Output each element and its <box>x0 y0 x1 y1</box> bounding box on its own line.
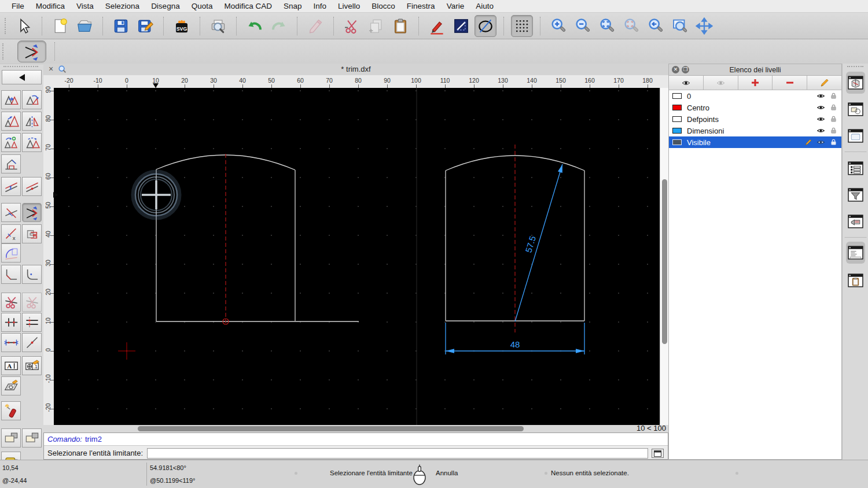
palette-back-button[interactable] <box>2 70 42 84</box>
left-shape-centerline[interactable] <box>223 154 229 324</box>
layer-visibility-eye-icon[interactable] <box>816 103 826 113</box>
copy-button[interactable] <box>365 15 387 37</box>
line-tool-button[interactable] <box>450 15 472 37</box>
layer-lock-icon[interactable] <box>830 92 837 102</box>
tool-scale-button[interactable] <box>1 112 21 131</box>
zoom-in-button[interactable] <box>547 15 569 37</box>
print-preview-button[interactable] <box>207 15 229 37</box>
tool-split-point-button[interactable] <box>22 333 42 352</box>
canvas-horizontal-scrollbar[interactable]: 10 < 100 <box>43 425 668 432</box>
save-as-button[interactable] <box>134 15 156 37</box>
menu-modifica[interactable]: Modifica <box>30 2 71 10</box>
menu-modifica-cad[interactable]: Modifica CAD <box>218 2 278 10</box>
tool-paint-roller-button[interactable] <box>1 452 21 460</box>
tool-offset-button[interactable] <box>1 177 21 196</box>
remove-layer-minus-button[interactable] <box>773 76 807 90</box>
block-list-window-button[interactable] <box>846 98 865 120</box>
zoom-out-button[interactable] <box>572 15 594 37</box>
horizontal-scrollbar-thumb[interactable] <box>138 426 524 431</box>
tool-explode-button[interactable] <box>1 401 21 420</box>
menu-blocco[interactable]: Blocco <box>366 2 401 10</box>
menu-varie[interactable]: Varie <box>441 2 470 10</box>
entity-list-window-button[interactable] <box>846 157 865 179</box>
tool-fillet-button[interactable] <box>22 265 42 284</box>
select-arrow-button[interactable] <box>13 15 35 37</box>
zoom-auto-button[interactable] <box>596 15 618 37</box>
layer-visibility-eye-icon[interactable] <box>816 127 826 136</box>
layer-lock-icon[interactable] <box>830 103 837 113</box>
edit-layer-pencil-button[interactable] <box>807 76 841 90</box>
layer-lock-icon[interactable] <box>830 115 837 125</box>
tool-divide-button[interactable] <box>1 313 21 332</box>
tool-modify-misc-button[interactable] <box>1 154 21 173</box>
ellipse-line-button[interactable] <box>475 15 496 37</box>
tool-hatch-edit-button[interactable] <box>1 376 21 395</box>
tool-divide-2-button[interactable] <box>22 313 42 332</box>
redo-button[interactable] <box>268 15 290 37</box>
tool-cut-entity-button[interactable] <box>1 293 21 312</box>
panel-close-icon[interactable]: ✕ <box>672 66 679 73</box>
save-button[interactable] <box>110 15 132 37</box>
vertical-scrollbar-thumb[interactable] <box>662 179 667 344</box>
tool-trim-amount-button[interactable]: x <box>1 224 21 243</box>
clipboard-window-button[interactable] <box>846 269 865 291</box>
menu-file[interactable]: File <box>6 2 30 10</box>
dock-drag-handle[interactable] <box>847 66 863 67</box>
delete-eraser-button[interactable] <box>304 15 326 37</box>
tool-stretch-button[interactable] <box>1 333 21 352</box>
add-layer-plus-button[interactable] <box>738 76 773 90</box>
library-browser-window-button[interactable] <box>846 125 865 147</box>
layer-filter-window-button[interactable] <box>846 184 865 206</box>
menu-quota[interactable]: Quota <box>186 2 219 10</box>
tool-revert-direction-button[interactable] <box>22 133 42 152</box>
layer-lock-icon[interactable] <box>830 127 837 136</box>
active-tool-trim-two-button[interactable] <box>17 40 46 62</box>
tool-offset-point-button[interactable] <box>22 177 42 196</box>
dimension-horizontal[interactable]: 48 <box>446 323 584 354</box>
tool-arc-modify-button[interactable] <box>1 243 21 263</box>
toolbar-drag-handle[interactable] <box>5 18 7 34</box>
command-line-window-button[interactable] <box>846 242 865 264</box>
layer-list-window-button[interactable] <box>846 72 865 94</box>
show-all-layers-eye-button[interactable] <box>669 76 704 90</box>
paste-button[interactable] <box>389 15 411 37</box>
panel-undock-icon[interactable]: ❐ <box>682 66 689 73</box>
menu-finestra[interactable]: Finestra <box>401 2 441 10</box>
zoom-window-button[interactable] <box>669 15 691 37</box>
hide-all-layers-eye-button[interactable] <box>704 76 738 90</box>
tool-order-back-button[interactable] <box>22 428 42 448</box>
menu-vista[interactable]: Vista <box>71 2 100 10</box>
layer-edit-pencil-icon[interactable] <box>804 138 812 148</box>
tool-text-edit-button[interactable]: A <box>1 356 21 375</box>
menu-aiuto[interactable]: Aiuto <box>470 2 499 10</box>
draw-pen-button[interactable] <box>426 15 448 37</box>
dimension-radial[interactable]: 57.5 <box>515 164 562 321</box>
tool-rotate-button[interactable] <box>22 90 42 109</box>
drawing-canvas[interactable]: 57.5 48 <box>54 88 660 425</box>
command-window-toggle-button[interactable] <box>652 449 664 458</box>
menu-seleziona[interactable]: Seleziona <box>100 2 145 10</box>
grid-button[interactable] <box>511 15 533 37</box>
svg-export-button[interactable]: SVG <box>171 15 193 37</box>
tool-bevel-button[interactable] <box>1 265 21 284</box>
menu-disegna[interactable]: Disegna <box>145 2 186 10</box>
tool-polyline-trim-button[interactable] <box>22 224 42 243</box>
layer-lock-icon[interactable] <box>830 138 837 148</box>
zoom-pan-button[interactable] <box>693 15 715 37</box>
tool-cut-entity-2-button[interactable] <box>22 293 42 312</box>
open-file-button[interactable] <box>73 15 95 37</box>
tool-trim-two-button[interactable] <box>22 203 42 222</box>
new-file-button[interactable] <box>49 15 71 37</box>
zoom-previous-button[interactable] <box>645 15 667 37</box>
toolbar-drag-handle[interactable] <box>2 43 5 60</box>
tool-order-front-button[interactable] <box>1 428 21 448</box>
layer-visibility-eye-icon[interactable] <box>816 115 826 125</box>
undo-button[interactable] <box>244 15 266 37</box>
left-shape-outline[interactable] <box>156 155 359 321</box>
layer-row-dimensioni[interactable]: Dimensioni <box>669 125 841 136</box>
layer-row-defpoints[interactable]: Defpoints <box>669 113 841 125</box>
layer-row-0[interactable]: 0 <box>669 90 841 102</box>
tool-mirror-button[interactable] <box>22 112 42 131</box>
cut-button[interactable] <box>341 15 363 37</box>
explorer-window-button[interactable] <box>846 210 865 232</box>
